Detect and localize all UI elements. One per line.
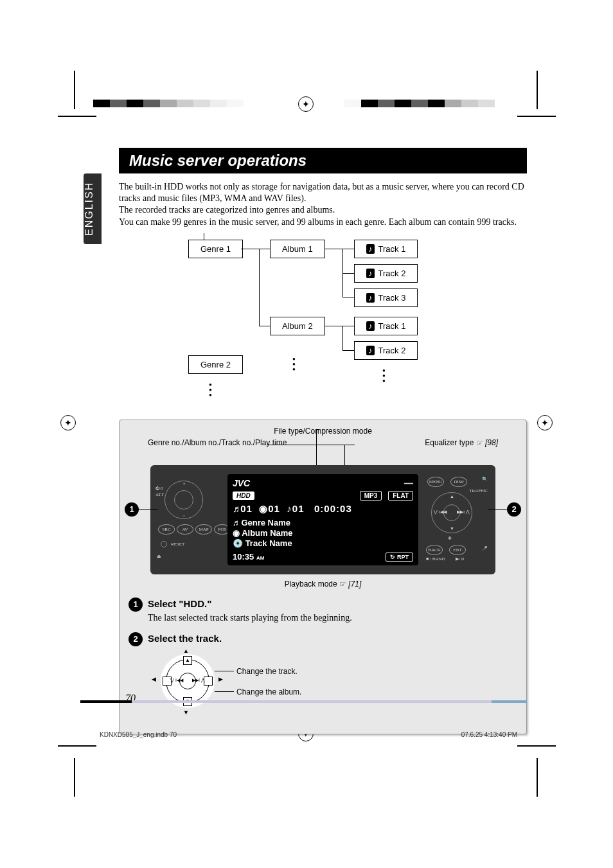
track3-box: ♪Track 3 [354, 288, 418, 307]
register-target-icon: ✦ [298, 96, 314, 112]
map-button[interactable]: MAP [195, 524, 212, 535]
change-track-label: Change the track. [236, 667, 298, 676]
crop-mark [517, 116, 556, 117]
callout-2: 2 [507, 502, 521, 517]
note-icon: ♪ [366, 244, 375, 254]
hierarchy-diagram: Genre 1 Genre 2 Album 1 Album 2 ♪Track 1… [119, 233, 527, 413]
color-bar [93, 100, 244, 107]
brand-logo: JVC [233, 478, 250, 488]
back-button[interactable]: BACK [426, 545, 443, 555]
change-album-label: Change the album. [236, 687, 301, 696]
genre-name: Genre Name [241, 518, 290, 527]
disp-button[interactable]: DISP [450, 477, 467, 487]
register-target-icon: ✦ [60, 415, 76, 430]
left-controls: ＋ － ⏻/I ATT SRC AV MAP POS RESET ⏏ [159, 477, 224, 563]
crop-mark [537, 758, 538, 797]
album-no: 01 [268, 503, 280, 514]
section-heading: Music server operations [119, 148, 527, 173]
album2-box: Album 2 [270, 317, 325, 335]
rpt-badge: RPT [397, 554, 409, 560]
intro-paragraph: The built-in HDD works not only as stora… [119, 181, 527, 228]
step-2-title: Select the track. [148, 633, 222, 644]
device-screen: JVC — HDD MP3 FLAT ♬01 ◉01 ♪01 0:00:03 ♬ [227, 474, 418, 565]
footer-file: KDNXD505_J_eng.indb 70 [100, 731, 177, 738]
ampm: AM [256, 555, 264, 561]
genre1-box: Genre 1 [188, 240, 243, 258]
instruction-panel: File type/Compression mode Genre no./Alb… [119, 420, 527, 734]
step-1: 1 Select "HDD." [129, 598, 517, 612]
album1-box: Album 1 [270, 240, 325, 258]
track-name: Track Name [245, 538, 292, 548]
crop-mark [58, 745, 96, 747]
right-controls: MENU DISP 🔍 TRAFFIC ▲ ▼ ⋁ I◀◀ ▶▶I ⋀ ✥ BA… [422, 477, 486, 563]
clock: 10:35 [233, 552, 254, 562]
para-1: The built-in HDD works not only as stora… [119, 181, 527, 204]
step-1-title: Select "HDD." [148, 598, 211, 609]
note-icon: ♪ [366, 269, 375, 278]
album-icon: ◉ [259, 503, 268, 514]
ent-button[interactable]: ENT [449, 545, 466, 555]
footer-date: 07.6.25 4:13:40 PM [461, 731, 517, 738]
page-footer-line [80, 700, 527, 703]
step-2: 2 Select the track. [129, 632, 517, 646]
crop-mark [58, 116, 96, 117]
section-title: Music server operations [119, 148, 317, 173]
genre-no: 01 [240, 503, 253, 514]
callout-1: 1 [125, 502, 139, 517]
device-image: ＋ － ⏻/I ATT SRC AV MAP POS RESET ⏏ [150, 465, 495, 574]
flat-badge: FLAT [388, 491, 413, 500]
crop-mark [537, 71, 538, 109]
label-counters: Genre no./Album no./Track no./Play time [148, 438, 287, 447]
para-2: The recorded tracks are categorized into… [119, 204, 527, 216]
track2-1-box: ♪Track 1 [354, 317, 418, 335]
label-filetype: File type/Compression mode [274, 427, 372, 436]
hdd-badge: HDD [233, 492, 254, 500]
register-target-icon: ✦ [537, 415, 553, 430]
av-button[interactable]: AV [177, 524, 193, 535]
track-icon: ♪ [287, 503, 292, 514]
track-no: 01 [292, 503, 305, 514]
mp3-badge: MP3 [360, 491, 382, 500]
track2-2-box: ♪Track 2 [354, 341, 418, 360]
crop-mark [517, 745, 556, 747]
step-2-bullet: 2 [129, 632, 143, 646]
note-icon: ♪ [366, 293, 375, 303]
crop-mark [74, 758, 75, 797]
genre2-box: Genre 2 [188, 355, 243, 374]
step-1-bullet: 1 [129, 598, 143, 612]
para-3: You can make 99 genres in the music serv… [119, 217, 527, 228]
play-time: 0:00:03 [314, 503, 352, 514]
genre-icon: ♬ [233, 503, 240, 514]
note-icon: ♪ [366, 321, 375, 331]
track2-box: ♪Track 2 [354, 264, 418, 283]
album-name: Album Name [242, 528, 292, 538]
crop-mark [74, 71, 75, 109]
footer: KDNXD505_J_eng.indb 70 07.6.25 4:13:40 P… [100, 731, 517, 738]
src-button[interactable]: SRC [158, 524, 175, 535]
label-playback: Playback mode ☞ [71] [129, 580, 517, 589]
dpad-diagram: ▲ ▼ ⋁ I◀◀ ▶▶I ⋀ ◀ ▶ ▲ ▼ Change the track… [148, 650, 366, 721]
step-1-body: The last selected track starts playing f… [148, 613, 517, 623]
menu-button[interactable]: MENU [427, 477, 444, 487]
note-icon: ♪ [366, 346, 375, 355]
label-eq: Equalizer type ☞ [98] [425, 438, 498, 447]
track1-box: ♪Track 1 [354, 240, 418, 258]
color-bar [344, 100, 495, 107]
